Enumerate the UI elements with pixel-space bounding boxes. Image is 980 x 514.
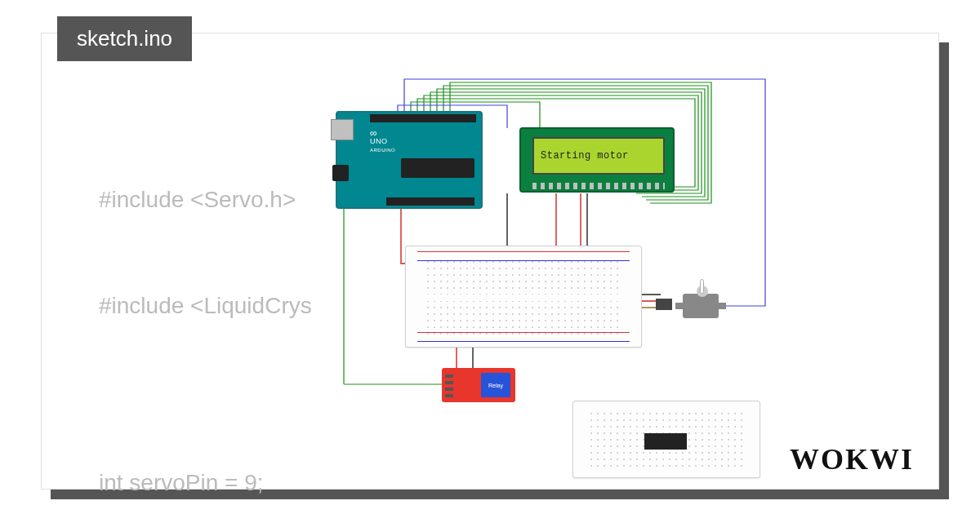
lcd-1602[interactable]: Starting motor — [519, 127, 675, 193]
preview-card: #include <Servo.h> #include <LiquidCrys … — [41, 33, 939, 490]
circuit-diagram[interactable]: ∞ UNO ARDUINO Starting motor Relay — [311, 74, 948, 482]
atmega-chip-icon — [401, 158, 474, 178]
breadboard-divider — [406, 295, 641, 301]
breadboard-main[interactable] — [405, 246, 642, 348]
seven-segment-chip — [644, 433, 687, 450]
code-line: int servoPin = 9; — [99, 465, 312, 500]
breadboard-small[interactable] — [572, 401, 760, 478]
servo-arm — [700, 279, 704, 294]
lcd-pins — [532, 183, 665, 189]
board-label: UNO ARDUINO — [370, 137, 395, 153]
usb-port-icon — [331, 119, 354, 140]
servo-mount-tab — [718, 303, 726, 309]
arduino-uno[interactable]: ∞ UNO ARDUINO — [336, 111, 483, 209]
analog-pins — [386, 197, 474, 206]
servo-connector — [656, 299, 672, 310]
relay-module[interactable]: Relay — [442, 368, 515, 402]
digital-pins — [370, 114, 476, 122]
power-rail-top — [417, 251, 629, 261]
relay-pins — [445, 373, 453, 397]
file-tab[interactable]: sketch.ino — [57, 16, 192, 61]
servo-motor[interactable] — [670, 282, 736, 323]
relay-block: Relay — [481, 373, 510, 397]
servo-body — [683, 294, 719, 318]
power-jack-icon — [332, 165, 349, 181]
file-tab-label: sketch.ino — [77, 26, 172, 51]
code-line: #include <LiquidCrys — [99, 288, 312, 323]
code-line: #include <Servo.h> — [99, 182, 312, 217]
code-snippet: #include <Servo.h> #include <LiquidCrys … — [99, 111, 312, 514]
power-rail-bottom — [417, 332, 629, 342]
wokwi-logo: WOKWI — [790, 442, 914, 476]
lcd-screen: Starting motor — [532, 137, 665, 175]
